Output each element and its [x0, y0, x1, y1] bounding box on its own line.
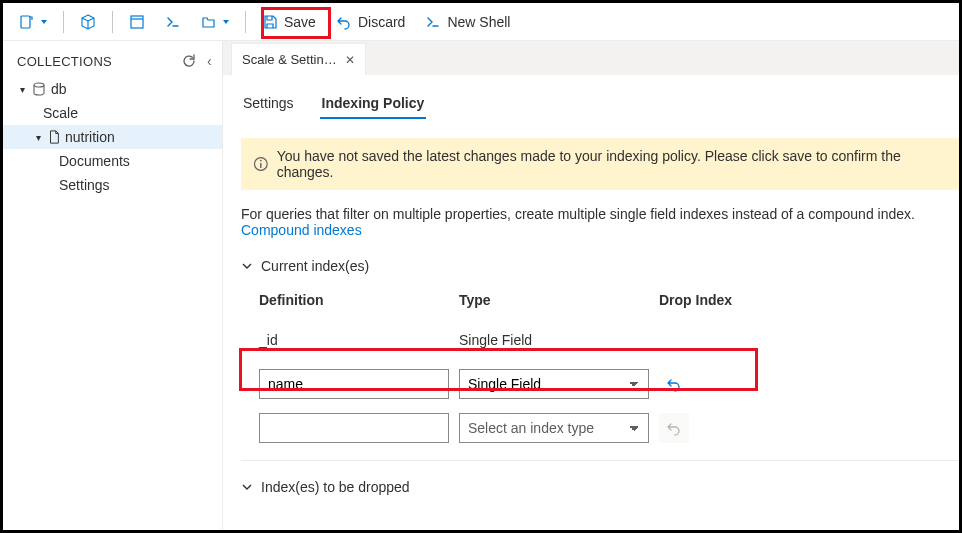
panel-button[interactable] — [121, 7, 153, 37]
svg-rect-0 — [21, 16, 30, 28]
index-row-name: Single Field — [259, 366, 959, 402]
shell-button[interactable] — [157, 7, 189, 37]
save-button[interactable]: Save — [254, 7, 324, 37]
open-button[interactable] — [193, 7, 237, 37]
documents-label: Documents — [59, 153, 130, 169]
document-icon — [47, 130, 61, 144]
banner-text: You have not saved the latest changes ma… — [277, 148, 947, 180]
settings-label: Settings — [59, 177, 110, 193]
nutrition-label: nutrition — [65, 129, 115, 145]
cube-button[interactable] — [72, 7, 104, 37]
unsaved-banner: You have not saved the latest changes ma… — [241, 138, 959, 190]
tree-db[interactable]: ▾ db — [3, 77, 222, 101]
type-select[interactable]: Single Field — [459, 369, 649, 399]
info-icon — [253, 156, 269, 172]
separator — [112, 11, 113, 33]
chevron-down-icon — [241, 260, 253, 272]
tree-documents[interactable]: Documents — [3, 149, 222, 173]
svg-point-3 — [34, 83, 44, 87]
undo-icon — [666, 376, 682, 392]
tree-settings[interactable]: Settings — [3, 173, 222, 197]
revert-button-disabled — [659, 413, 689, 443]
discard-button[interactable]: Discard — [328, 7, 413, 37]
subtab-indexing[interactable]: Indexing Policy — [320, 89, 427, 119]
database-icon — [31, 81, 47, 97]
db-label: db — [51, 81, 67, 97]
sidebar: COLLECTIONS ‹ ▾ db Scale ▾ nutrition Doc… — [3, 41, 223, 530]
chevron-down-icon — [41, 20, 47, 24]
svg-point-6 — [260, 160, 262, 162]
tab-label: Scale & Settin… — [242, 52, 337, 67]
newshell-label: New Shell — [447, 14, 510, 30]
section-dropped-indexes[interactable]: Index(es) to be dropped — [241, 479, 959, 495]
save-label: Save — [284, 14, 316, 30]
save-icon — [262, 14, 278, 30]
chevron-down-icon: ▾ — [17, 84, 27, 95]
new-shell-button[interactable]: New Shell — [417, 7, 518, 37]
col-definition: Definition — [259, 292, 449, 308]
panel-icon — [129, 14, 145, 30]
close-icon[interactable]: ✕ — [345, 53, 355, 67]
separator — [245, 11, 246, 33]
index-row-id: _id Single Field — [259, 322, 959, 358]
collapse-icon[interactable]: ‹ — [207, 53, 212, 69]
cube-icon — [80, 14, 96, 30]
undo-icon — [336, 14, 352, 30]
discard-label: Discard — [358, 14, 405, 30]
scale-label: Scale — [43, 105, 78, 121]
svg-rect-1 — [131, 16, 143, 28]
compound-indexes-link[interactable]: Compound indexes — [241, 222, 362, 238]
prompt-icon — [165, 14, 181, 30]
subtab-settings[interactable]: Settings — [241, 89, 296, 119]
section-current-indexes[interactable]: Current index(es) — [241, 258, 959, 274]
refresh-icon[interactable] — [181, 53, 197, 69]
new-collection-button[interactable] — [11, 7, 55, 37]
new-item-icon — [19, 14, 35, 30]
cell-type: Single Field — [459, 332, 649, 348]
separator — [63, 11, 64, 33]
divider — [241, 460, 959, 461]
chevron-down-icon — [241, 481, 253, 493]
folder-open-icon — [201, 14, 217, 30]
index-row-new: Select an index type — [259, 410, 959, 446]
prompt-icon — [425, 14, 441, 30]
tab-scale-settings[interactable]: Scale & Settin… ✕ — [231, 43, 366, 75]
tree-nutrition[interactable]: ▾ nutrition — [3, 125, 222, 149]
collections-title: COLLECTIONS — [17, 54, 112, 69]
description: For queries that filter on multiple prop… — [241, 206, 959, 238]
chevron-down-icon: ▾ — [33, 132, 43, 143]
type-select[interactable]: Select an index type — [459, 413, 649, 443]
col-type: Type — [459, 292, 649, 308]
undo-icon — [666, 420, 682, 436]
revert-button[interactable] — [659, 369, 689, 399]
col-drop: Drop Index — [659, 292, 779, 308]
cell-def: _id — [259, 332, 449, 348]
chevron-down-icon — [223, 20, 229, 24]
document-tabstrip: Scale & Settin… ✕ — [223, 41, 959, 75]
definition-input[interactable] — [259, 413, 449, 443]
tree-scale[interactable]: Scale — [3, 101, 222, 125]
definition-input[interactable] — [259, 369, 449, 399]
